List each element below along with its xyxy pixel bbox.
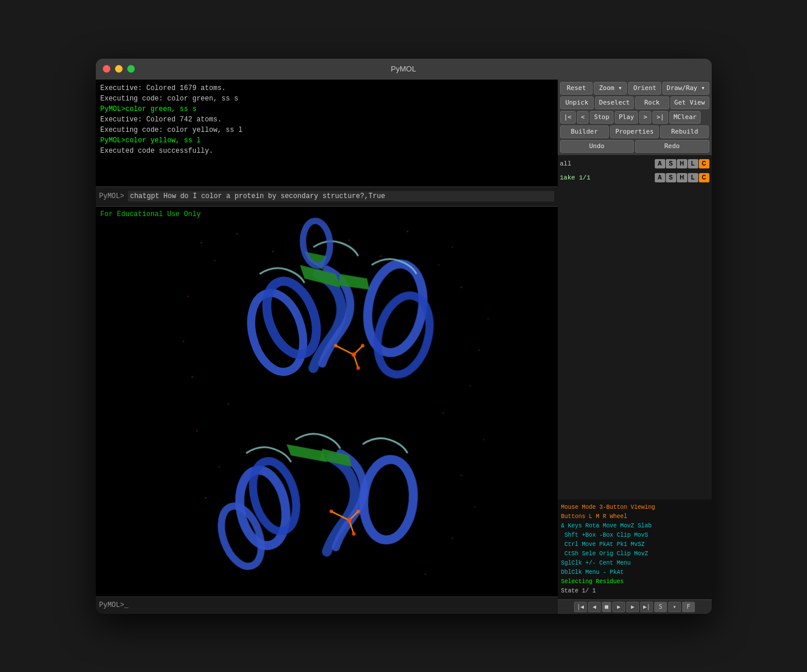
builder-button[interactable]: Builder bbox=[560, 125, 609, 138]
maximize-button[interactable] bbox=[127, 65, 135, 73]
svg-point-18 bbox=[227, 403, 229, 404]
stop-button[interactable]: Stop bbox=[590, 111, 614, 124]
all-action-a[interactable]: A bbox=[655, 159, 665, 168]
rewind-button[interactable]: |< bbox=[560, 111, 576, 124]
svg-point-7 bbox=[214, 260, 216, 261]
svg-point-24 bbox=[205, 497, 206, 498]
pb-rewind[interactable]: |◀ bbox=[574, 602, 587, 612]
status-line-6: CtSh Sele Orig Clip MovZ bbox=[561, 549, 708, 559]
svg-point-39 bbox=[333, 344, 337, 347]
ashl-buttons-all: A S H L C bbox=[655, 159, 709, 168]
viewport[interactable]: For Educational Use Only bbox=[96, 207, 558, 596]
svg-point-27 bbox=[451, 537, 453, 539]
command-input[interactable] bbox=[128, 191, 554, 202]
get-view-button[interactable]: Get View bbox=[670, 96, 709, 109]
all-action-c[interactable]: C bbox=[699, 159, 709, 168]
input-prompt: PyMOL> bbox=[99, 192, 124, 200]
pb-s-button[interactable]: S bbox=[654, 602, 667, 612]
object-name-all[interactable]: all bbox=[560, 160, 655, 167]
svg-point-13 bbox=[487, 318, 489, 319]
redo-button[interactable]: Redo bbox=[635, 140, 709, 153]
deselect-button[interactable]: Deselect bbox=[595, 96, 634, 109]
pb-next[interactable]: ▶ bbox=[626, 602, 639, 612]
main-content: Executive: Colored 1679 atoms. Executing… bbox=[96, 80, 712, 614]
pb-stop[interactable]: ■ bbox=[602, 602, 611, 612]
svg-point-9 bbox=[379, 255, 381, 257]
status-line-7: SglClk +/- Cent Menu bbox=[561, 559, 708, 568]
input-bar: PyMOL> bbox=[96, 187, 558, 207]
cmdline-prompt: PyMOL>_ bbox=[99, 601, 128, 609]
toolbar-row-5: Undo Redo bbox=[560, 140, 709, 153]
draw-ray-button[interactable]: Draw/Ray ▾ bbox=[662, 82, 709, 95]
orient-button[interactable]: Orient bbox=[628, 82, 661, 95]
1ake-action-l[interactable]: L bbox=[688, 173, 698, 182]
protein-visualization[interactable] bbox=[96, 207, 558, 596]
svg-point-21 bbox=[482, 439, 484, 440]
console-line: Executive: Colored 742 atoms. bbox=[101, 114, 553, 125]
next-button[interactable]: > bbox=[639, 111, 651, 124]
console-line: Executing code: color yellow, ss l bbox=[101, 125, 553, 135]
1ake-action-s[interactable]: S bbox=[666, 173, 676, 182]
pymol-window: PyMOL Executive: Colored 1679 atoms. Exe… bbox=[96, 59, 712, 614]
svg-point-23 bbox=[460, 475, 462, 476]
zoom-button[interactable]: Zoom ▾ bbox=[594, 82, 627, 95]
svg-point-49 bbox=[347, 518, 352, 523]
1ake-action-a[interactable]: A bbox=[655, 173, 665, 182]
rebuild-button[interactable]: Rebuild bbox=[660, 125, 709, 138]
svg-point-6 bbox=[451, 246, 453, 247]
toolbar-row-4: Builder Properties Rebuild bbox=[560, 125, 709, 138]
svg-point-29 bbox=[424, 573, 426, 574]
svg-point-8 bbox=[272, 250, 274, 252]
pb-prev[interactable]: ◀ bbox=[588, 602, 601, 612]
svg-point-1 bbox=[200, 242, 202, 243]
object-name-1ake[interactable]: 1ake 1/1 bbox=[560, 174, 655, 181]
all-action-s[interactable]: S bbox=[666, 159, 676, 168]
play-button[interactable]: Play bbox=[615, 111, 639, 124]
svg-point-50 bbox=[329, 509, 333, 513]
svg-point-38 bbox=[351, 352, 356, 357]
cmdline-bar: PyMOL>_ bbox=[96, 596, 558, 614]
object-row-1ake: 1ake 1/1 A S H L C bbox=[560, 171, 709, 184]
pb-down[interactable]: ▾ bbox=[668, 602, 681, 612]
all-action-h[interactable]: H bbox=[677, 159, 687, 168]
console-line: Executive: Colored 1679 atoms. bbox=[101, 83, 553, 94]
svg-point-10 bbox=[437, 264, 439, 265]
status-line-1: Mouse Mode 3-Button Viewing bbox=[561, 503, 708, 512]
close-button[interactable] bbox=[103, 65, 110, 73]
all-action-l[interactable]: L bbox=[688, 159, 698, 168]
svg-point-17 bbox=[469, 384, 471, 386]
pb-f-button[interactable]: F bbox=[682, 602, 695, 612]
toolbar-row-1: Reset Zoom ▾ Orient Draw/Ray ▾ bbox=[560, 82, 709, 95]
minimize-button[interactable] bbox=[115, 65, 123, 73]
properties-button[interactable]: Properties bbox=[610, 125, 659, 138]
left-panel: Executive: Colored 1679 atoms. Executing… bbox=[96, 80, 558, 614]
status-line-4: Shft +Box -Box Clip MovS bbox=[561, 531, 708, 540]
toolbar-row-3: |< < Stop Play > >| MClear bbox=[560, 111, 709, 124]
prev-button[interactable]: < bbox=[577, 111, 589, 124]
1ake-action-c[interactable]: C bbox=[699, 173, 709, 182]
1ake-action-h[interactable]: H bbox=[677, 173, 687, 182]
rock-button[interactable]: Rock bbox=[635, 96, 669, 109]
svg-point-25 bbox=[474, 506, 475, 508]
svg-point-19 bbox=[442, 412, 444, 414]
svg-point-15 bbox=[478, 349, 480, 351]
right-panel: Reset Zoom ▾ Orient Draw/Ray ▾ Unpick De… bbox=[558, 80, 712, 614]
ashl-buttons-1ake: A S H L C bbox=[655, 173, 709, 182]
svg-point-16 bbox=[191, 376, 193, 378]
status-line-2: Buttons L M R Wheel bbox=[561, 512, 708, 522]
undo-button[interactable]: Undo bbox=[560, 140, 634, 153]
pb-play[interactable]: ▶ bbox=[612, 602, 625, 612]
svg-point-11 bbox=[186, 295, 188, 297]
titlebar: PyMOL bbox=[96, 59, 712, 80]
object-list: all A S H L C 1ake 1/1 A S H bbox=[558, 155, 712, 499]
unpick-button[interactable]: Unpick bbox=[560, 96, 594, 109]
object-row-all: all A S H L C bbox=[560, 157, 709, 170]
svg-point-20 bbox=[196, 430, 198, 432]
reset-button[interactable]: Reset bbox=[560, 82, 593, 95]
fastforward-button[interactable]: >| bbox=[652, 111, 668, 124]
console-line: PyMOL>color yellow, ss l bbox=[101, 135, 553, 146]
mclear-button[interactable]: MClear bbox=[669, 111, 701, 124]
svg-point-22 bbox=[218, 465, 220, 467]
window-title: PyMOL bbox=[391, 64, 416, 73]
pb-ff[interactable]: ▶| bbox=[640, 602, 653, 612]
